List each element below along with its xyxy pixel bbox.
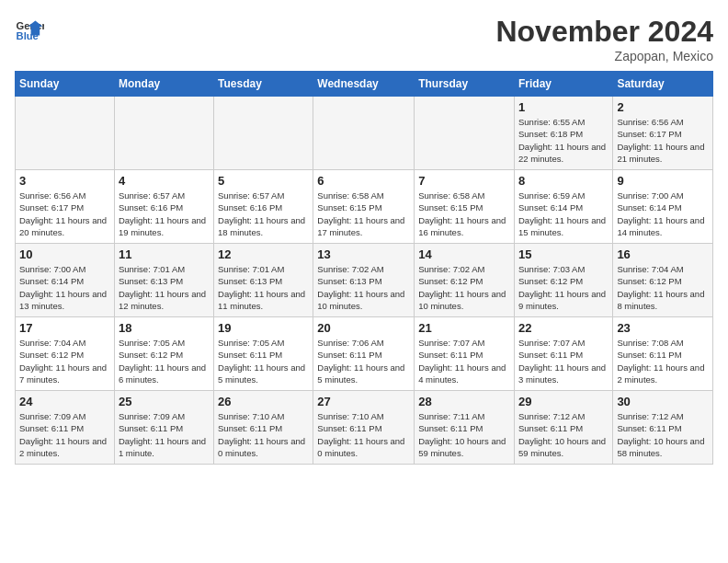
day-info: Sunrise: 7:05 AM Sunset: 6:11 PM Dayligh… [218, 337, 309, 385]
day-cell: 21Sunrise: 7:07 AM Sunset: 6:11 PM Dayli… [415, 317, 515, 391]
day-info: Sunrise: 7:02 AM Sunset: 6:13 PM Dayligh… [317, 263, 410, 312]
day-info: Sunrise: 7:09 AM Sunset: 6:11 PM Dayligh… [19, 410, 110, 459]
day-cell: 26Sunrise: 7:10 AM Sunset: 6:11 PM Dayli… [214, 391, 313, 465]
day-number: 6 [317, 174, 410, 188]
day-cell: 27Sunrise: 7:10 AM Sunset: 6:11 PM Dayli… [313, 391, 415, 465]
day-info: Sunrise: 7:06 AM Sunset: 6:11 PM Dayligh… [317, 337, 410, 385]
day-number: 1 [518, 100, 609, 114]
day-cell: 13Sunrise: 7:02 AM Sunset: 6:13 PM Dayli… [313, 244, 415, 317]
day-number: 15 [518, 247, 609, 261]
day-cell: 18Sunrise: 7:05 AM Sunset: 6:12 PM Dayli… [114, 317, 213, 391]
weekday-header-saturday: Saturday [613, 72, 713, 97]
day-info: Sunrise: 7:04 AM Sunset: 6:12 PM Dayligh… [19, 337, 110, 385]
day-number: 28 [418, 395, 510, 408]
day-number: 19 [218, 321, 309, 335]
day-number: 17 [19, 321, 110, 335]
day-info: Sunrise: 7:12 AM Sunset: 6:11 PM Dayligh… [617, 410, 709, 459]
day-cell [16, 97, 115, 170]
day-cell: 15Sunrise: 7:03 AM Sunset: 6:12 PM Dayli… [514, 244, 612, 317]
day-info: Sunrise: 7:08 AM Sunset: 6:11 PM Dayligh… [617, 337, 709, 385]
weekday-header-tuesday: Tuesday [214, 72, 313, 97]
weekday-header-row: SundayMondayTuesdayWednesdayThursdayFrid… [16, 72, 713, 97]
logo: General Blue [15, 15, 44, 44]
week-row-2: 3Sunrise: 6:56 AM Sunset: 6:17 PM Daylig… [16, 170, 713, 244]
day-number: 27 [317, 395, 410, 408]
day-info: Sunrise: 7:01 AM Sunset: 6:13 PM Dayligh… [218, 263, 309, 312]
day-number: 21 [418, 321, 510, 335]
day-cell: 17Sunrise: 7:04 AM Sunset: 6:12 PM Dayli… [16, 317, 115, 391]
logo-icon: General Blue [15, 15, 44, 44]
month-title: November 2024 [495, 15, 713, 49]
day-cell: 16Sunrise: 7:04 AM Sunset: 6:12 PM Dayli… [613, 244, 713, 317]
weekday-header-thursday: Thursday [415, 72, 515, 97]
day-number: 8 [518, 174, 609, 188]
day-cell: 5Sunrise: 6:57 AM Sunset: 6:16 PM Daylig… [214, 170, 313, 244]
day-number: 3 [19, 174, 110, 188]
day-info: Sunrise: 7:01 AM Sunset: 6:13 PM Dayligh… [119, 263, 210, 312]
page-header: General Blue November 2024 Zapopan, Mexi… [15, 15, 713, 63]
day-number: 9 [617, 174, 709, 188]
calendar-header: SundayMondayTuesdayWednesdayThursdayFrid… [16, 72, 713, 97]
day-cell [114, 97, 213, 170]
week-row-1: 1Sunrise: 6:55 AM Sunset: 6:18 PM Daylig… [16, 97, 713, 170]
day-cell: 7Sunrise: 6:58 AM Sunset: 6:15 PM Daylig… [415, 170, 515, 244]
day-number: 23 [617, 321, 709, 335]
day-cell: 2Sunrise: 6:56 AM Sunset: 6:17 PM Daylig… [613, 97, 713, 170]
location-title: Zapopan, Mexico [495, 49, 713, 63]
day-info: Sunrise: 7:07 AM Sunset: 6:11 PM Dayligh… [518, 337, 609, 385]
day-number: 12 [218, 247, 309, 261]
day-info: Sunrise: 6:58 AM Sunset: 6:15 PM Dayligh… [418, 190, 510, 238]
day-number: 18 [119, 321, 210, 335]
day-info: Sunrise: 7:02 AM Sunset: 6:12 PM Dayligh… [418, 263, 510, 312]
day-number: 10 [19, 247, 110, 261]
calendar-table: SundayMondayTuesdayWednesdayThursdayFrid… [15, 71, 713, 465]
day-cell: 11Sunrise: 7:01 AM Sunset: 6:13 PM Dayli… [114, 244, 213, 317]
day-info: Sunrise: 7:04 AM Sunset: 6:12 PM Dayligh… [617, 263, 709, 312]
day-cell: 25Sunrise: 7:09 AM Sunset: 6:11 PM Dayli… [114, 391, 213, 465]
day-info: Sunrise: 7:00 AM Sunset: 6:14 PM Dayligh… [19, 263, 110, 312]
day-info: Sunrise: 7:11 AM Sunset: 6:11 PM Dayligh… [418, 410, 510, 459]
day-info: Sunrise: 6:56 AM Sunset: 6:17 PM Dayligh… [19, 190, 110, 238]
day-cell [415, 97, 515, 170]
day-info: Sunrise: 6:57 AM Sunset: 6:16 PM Dayligh… [119, 190, 210, 238]
day-number: 22 [518, 321, 609, 335]
day-number: 25 [119, 395, 210, 408]
day-number: 26 [218, 395, 309, 408]
day-number: 29 [518, 395, 609, 408]
day-info: Sunrise: 7:10 AM Sunset: 6:11 PM Dayligh… [317, 410, 410, 459]
day-cell: 14Sunrise: 7:02 AM Sunset: 6:12 PM Dayli… [415, 244, 515, 317]
week-row-5: 24Sunrise: 7:09 AM Sunset: 6:11 PM Dayli… [16, 391, 713, 465]
day-cell: 12Sunrise: 7:01 AM Sunset: 6:13 PM Dayli… [214, 244, 313, 317]
title-area: November 2024 Zapopan, Mexico [495, 15, 713, 63]
day-info: Sunrise: 7:07 AM Sunset: 6:11 PM Dayligh… [418, 337, 510, 385]
day-number: 16 [617, 247, 709, 261]
day-info: Sunrise: 7:00 AM Sunset: 6:14 PM Dayligh… [617, 190, 709, 238]
day-cell: 29Sunrise: 7:12 AM Sunset: 6:11 PM Dayli… [514, 391, 612, 465]
day-info: Sunrise: 7:12 AM Sunset: 6:11 PM Dayligh… [518, 410, 609, 459]
day-info: Sunrise: 6:59 AM Sunset: 6:14 PM Dayligh… [518, 190, 609, 238]
day-info: Sunrise: 7:10 AM Sunset: 6:11 PM Dayligh… [218, 410, 309, 459]
day-cell: 4Sunrise: 6:57 AM Sunset: 6:16 PM Daylig… [114, 170, 213, 244]
day-info: Sunrise: 6:57 AM Sunset: 6:16 PM Dayligh… [218, 190, 309, 238]
day-cell: 10Sunrise: 7:00 AM Sunset: 6:14 PM Dayli… [16, 244, 115, 317]
day-number: 5 [218, 174, 309, 188]
calendar-body: 1Sunrise: 6:55 AM Sunset: 6:18 PM Daylig… [16, 97, 713, 465]
day-number: 7 [418, 174, 510, 188]
day-cell: 24Sunrise: 7:09 AM Sunset: 6:11 PM Dayli… [16, 391, 115, 465]
day-info: Sunrise: 7:03 AM Sunset: 6:12 PM Dayligh… [518, 263, 609, 312]
day-info: Sunrise: 7:05 AM Sunset: 6:12 PM Dayligh… [119, 337, 210, 385]
day-cell [214, 97, 313, 170]
weekday-header-wednesday: Wednesday [313, 72, 415, 97]
day-cell: 9Sunrise: 7:00 AM Sunset: 6:14 PM Daylig… [613, 170, 713, 244]
day-cell: 6Sunrise: 6:58 AM Sunset: 6:15 PM Daylig… [313, 170, 415, 244]
week-row-3: 10Sunrise: 7:00 AM Sunset: 6:14 PM Dayli… [16, 244, 713, 317]
day-number: 24 [19, 395, 110, 408]
day-number: 14 [418, 247, 510, 261]
day-number: 4 [119, 174, 210, 188]
day-number: 13 [317, 247, 410, 261]
day-cell: 20Sunrise: 7:06 AM Sunset: 6:11 PM Dayli… [313, 317, 415, 391]
day-cell: 28Sunrise: 7:11 AM Sunset: 6:11 PM Dayli… [415, 391, 515, 465]
weekday-header-sunday: Sunday [16, 72, 115, 97]
day-cell: 1Sunrise: 6:55 AM Sunset: 6:18 PM Daylig… [514, 97, 612, 170]
day-info: Sunrise: 6:55 AM Sunset: 6:18 PM Dayligh… [518, 116, 609, 165]
